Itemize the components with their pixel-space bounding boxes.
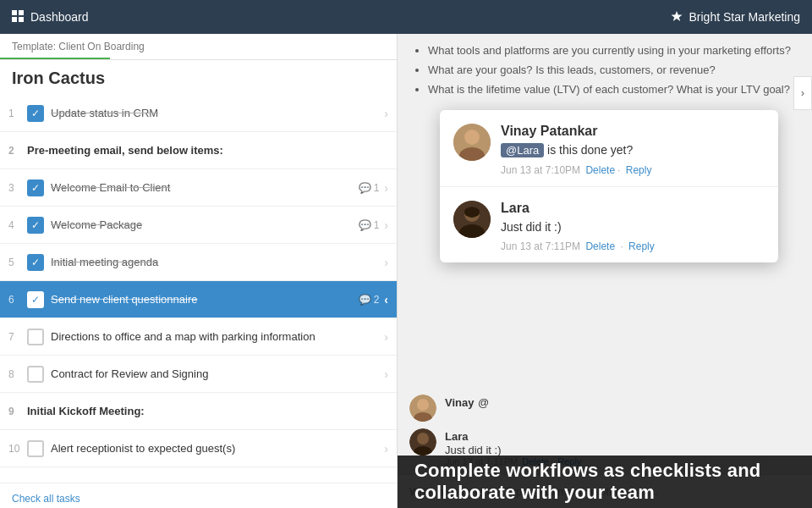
task-num: 9 xyxy=(8,406,27,417)
check-mark: ✓ xyxy=(31,295,40,305)
task-checkbox[interactable] xyxy=(27,440,44,457)
task-badge: 💬 1 xyxy=(359,182,380,194)
task-num: 2 xyxy=(8,145,27,157)
task-row: 9 Initial Kickoff Meeting: xyxy=(0,393,397,430)
task-row[interactable]: 7 Directions to office and a map with pa… xyxy=(0,318,397,356)
comment-body-vinay: Vinay Patankar @Lara is this done yet? J… xyxy=(501,124,765,176)
comment-header: Lara Just did it :) Jun 13 at 7:11PM Del… xyxy=(453,201,765,253)
task-text: Directions to office and a map with park… xyxy=(51,330,384,343)
check-mark: ✓ xyxy=(31,257,40,268)
task-list: 1 ✓ Update status in CRM › 2 Pre-meeting… xyxy=(0,95,397,483)
task-text: Update status in CRM xyxy=(51,107,384,119)
comment-icon: 💬 xyxy=(359,294,371,306)
comment-text: Just did it :) xyxy=(501,219,765,236)
comment-time: Jun 13 at 7:11PM xyxy=(501,240,580,252)
reply-link[interactable]: Reply xyxy=(628,240,655,252)
task-checkbox[interactable]: ✓ xyxy=(27,254,44,271)
main-layout: Template: Client On Boarding Iron Cactus… xyxy=(0,34,812,508)
comment-body-lara: Lara Just did it :) Jun 13 at 7:11PM Del… xyxy=(501,201,765,253)
task-badge: 💬 1 xyxy=(359,219,380,231)
task-row: 2 Pre-meeting email, send below items: xyxy=(0,132,397,169)
bullet-item: What tools and platforms are you current… xyxy=(428,42,798,60)
task-num: 10 xyxy=(8,443,27,455)
caption-bar: Complete workflows as checklists and col… xyxy=(398,456,812,508)
task-checkbox[interactable]: ✓ xyxy=(27,217,44,234)
header-left: Dashboard xyxy=(12,10,89,25)
activity-user-name: Vinay xyxy=(445,396,474,409)
badge-count: 1 xyxy=(374,182,380,194)
comment-icon: 💬 xyxy=(359,219,371,231)
commenter-name: Vinay Patankar xyxy=(501,124,765,139)
task-checkbox[interactable] xyxy=(27,329,44,345)
task-text: Welcome Package xyxy=(51,218,359,231)
task-checkbox[interactable] xyxy=(27,366,44,383)
comment-text: @Lara is this done yet? xyxy=(501,142,765,159)
avatar-vinay xyxy=(453,124,491,161)
check-mark: ✓ xyxy=(31,183,40,193)
comment-icon: 💬 xyxy=(359,182,371,194)
comment-meta: Jun 13 at 7:10PM Delete· Reply xyxy=(501,164,765,176)
chevron-right-icon: › xyxy=(384,330,388,344)
comment-body-text: is this done yet? xyxy=(547,143,633,157)
reply-link[interactable]: Reply xyxy=(626,164,652,176)
task-text: Pre-meeting email, send below items: xyxy=(27,144,388,157)
check-mark: ✓ xyxy=(31,108,40,119)
avatar-lara xyxy=(453,201,491,238)
task-row[interactable]: 5 ✓ Initial meeting agenda › xyxy=(0,244,397,281)
bullet-item: What are your goals? Is this leads, cust… xyxy=(428,62,798,80)
chevron-right-icon: › xyxy=(384,256,388,269)
task-text: Initial meeting agenda xyxy=(51,256,384,268)
svg-rect-3 xyxy=(19,17,24,22)
app-header: Dashboard Bright Star Marketing xyxy=(0,0,812,34)
task-row-active[interactable]: 6 ✓ Send new client questionnaire 💬 2 ‹ xyxy=(0,281,397,318)
svg-point-15 xyxy=(417,433,429,444)
svg-rect-1 xyxy=(19,10,24,15)
header-right: Bright Star Marketing xyxy=(671,10,801,25)
task-row[interactable]: 4 ✓ Welcome Package 💬 1 › xyxy=(0,207,397,244)
grid-icon xyxy=(12,10,24,25)
task-text: Send new client questionnaire xyxy=(51,293,359,306)
comment-header: Vinay Patankar @Lara is this done yet? J… xyxy=(453,124,765,176)
chevron-right-icon: › xyxy=(384,218,388,232)
scroll-right-button[interactable]: › xyxy=(793,76,812,110)
svg-point-6 xyxy=(464,130,480,145)
task-num: 3 xyxy=(8,182,27,194)
task-badge: 💬 2 xyxy=(359,294,380,306)
delete-link[interactable]: Delete xyxy=(585,164,615,176)
right-content-bullets: What tools and platforms are you current… xyxy=(398,34,812,108)
task-row[interactable]: 1 ✓ Update status in CRM › xyxy=(0,95,397,132)
task-num: 1 xyxy=(8,108,27,119)
caption-text: Complete workflows as checklists and col… xyxy=(414,460,795,504)
task-num: 4 xyxy=(8,219,27,231)
activity-comment: Just did it :) xyxy=(445,444,800,456)
left-panel: Template: Client On Boarding Iron Cactus… xyxy=(0,34,398,508)
task-checkbox[interactable]: ✓ xyxy=(27,179,44,196)
company-name: Bright Star Marketing xyxy=(689,10,801,24)
task-num: 6 xyxy=(8,294,27,306)
check-all-tasks-link[interactable]: Check all tasks xyxy=(12,493,80,505)
right-panel: What tools and platforms are you current… xyxy=(398,34,812,508)
badge-count: 1 xyxy=(374,219,380,231)
task-checkbox[interactable]: ✓ xyxy=(27,291,44,308)
comment-meta: Jun 13 at 7:11PM Delete · Reply xyxy=(501,240,765,252)
project-title: Iron Cactus xyxy=(0,60,397,95)
comment-entry-lara: Lara Just did it :) Jun 13 at 7:11PM Del… xyxy=(440,187,778,263)
comment-entry-vinay: Vinay Patankar @Lara is this done yet? J… xyxy=(440,110,778,187)
comment-popup: Vinay Patankar @Lara is this done yet? J… xyxy=(440,110,778,262)
task-text: Welcome Email to Client xyxy=(51,181,359,194)
activity-row-vinay: Vinay @ xyxy=(409,395,800,422)
dashboard-title[interactable]: Dashboard xyxy=(30,10,89,24)
svg-rect-0 xyxy=(12,10,17,15)
chevron-right-icon: › xyxy=(384,107,388,120)
task-row[interactable]: 8 Contract for Review and Signing › xyxy=(0,356,397,393)
delete-link[interactable]: Delete xyxy=(585,240,615,252)
task-num: 5 xyxy=(8,257,27,268)
task-checkbox[interactable]: ✓ xyxy=(27,105,44,122)
svg-point-12 xyxy=(417,399,429,411)
svg-marker-4 xyxy=(671,11,682,21)
commenter-name: Lara xyxy=(501,201,765,216)
task-row[interactable]: 10 Alert receptionist to expected guest(… xyxy=(0,430,397,467)
comment-time: Jun 13 at 7:10PM xyxy=(501,164,580,176)
mention-tag: @Lara xyxy=(501,143,544,157)
task-row[interactable]: 3 ✓ Welcome Email to Client 💬 1 › xyxy=(0,169,397,207)
